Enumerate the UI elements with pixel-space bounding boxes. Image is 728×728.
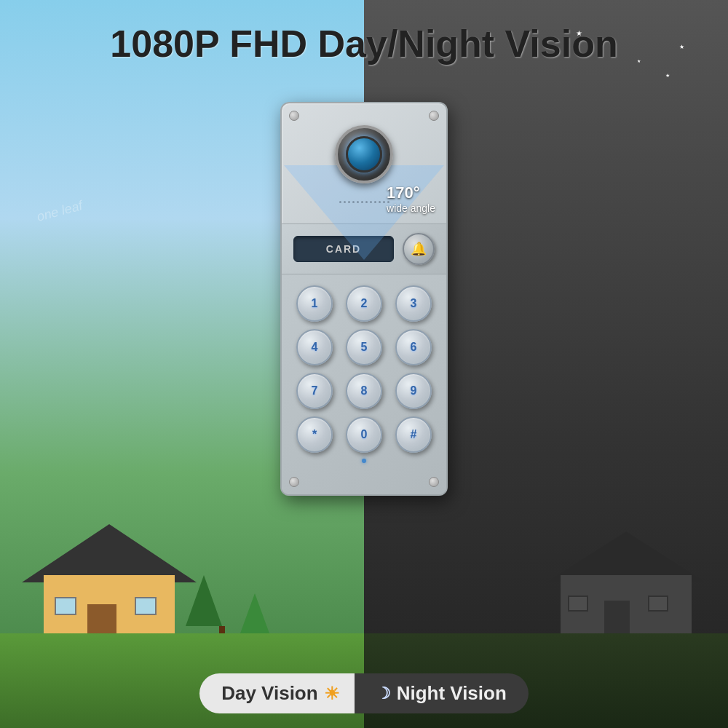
day-vision-badge: Day Vision ☀: [199, 673, 361, 713]
keypad-section: 1 2 3 4 5 6 7 8 9 * 0 #: [282, 274, 446, 494]
key-5[interactable]: 5: [346, 329, 382, 365]
key-1[interactable]: 1: [296, 285, 333, 322]
led-indicator: [362, 459, 366, 463]
card-reader[interactable]: CARD: [293, 236, 394, 262]
key-4[interactable]: 4: [296, 329, 333, 365]
page-title: 1080P FHD Day/Night Vision: [0, 22, 728, 66]
key-0[interactable]: 0: [346, 416, 382, 453]
key-7[interactable]: 7: [296, 373, 333, 409]
key-star[interactable]: *: [296, 416, 333, 453]
bell-button[interactable]: 🔔: [403, 233, 435, 265]
screw-bottom-left: [289, 477, 299, 487]
bottom-labels: Day Vision ☀ ☽ Night Vision: [0, 673, 728, 713]
angle-degrees: 170°: [387, 183, 435, 202]
camera-housing: [335, 125, 393, 183]
key-6[interactable]: 6: [395, 329, 432, 365]
moon-icon: ☽: [376, 684, 391, 703]
night-vision-label: Night Vision: [397, 682, 507, 705]
card-label: CARD: [326, 243, 361, 255]
middle-section: CARD 🔔: [282, 223, 446, 274]
bell-icon: 🔔: [411, 241, 427, 257]
screw-bottom-right: [429, 477, 439, 487]
key-2[interactable]: 2: [346, 285, 382, 322]
angle-annotation: 170° wide angle: [387, 183, 435, 214]
keypad-grid: 1 2 3 4 5 6 7 8 9 * 0 #: [293, 285, 435, 453]
camera-lens: [346, 136, 382, 173]
key-9[interactable]: 9: [395, 373, 432, 409]
key-8[interactable]: 8: [346, 373, 382, 409]
camera-section: 170° wide angle: [282, 103, 446, 223]
key-3[interactable]: 3: [395, 285, 432, 322]
device-panel: 170° wide angle CARD 🔔 1 2 3 4 5 6 7: [280, 102, 448, 496]
sun-icon: ☀: [324, 684, 340, 704]
angle-label-text: wide angle: [387, 202, 435, 214]
device-panel-wrapper: 170° wide angle CARD 🔔 1 2 3 4 5 6 7: [280, 102, 448, 496]
day-vision-label: Day Vision: [221, 682, 317, 705]
key-hash[interactable]: #: [395, 416, 432, 453]
night-vision-badge: ☽ Night Vision: [355, 673, 529, 713]
